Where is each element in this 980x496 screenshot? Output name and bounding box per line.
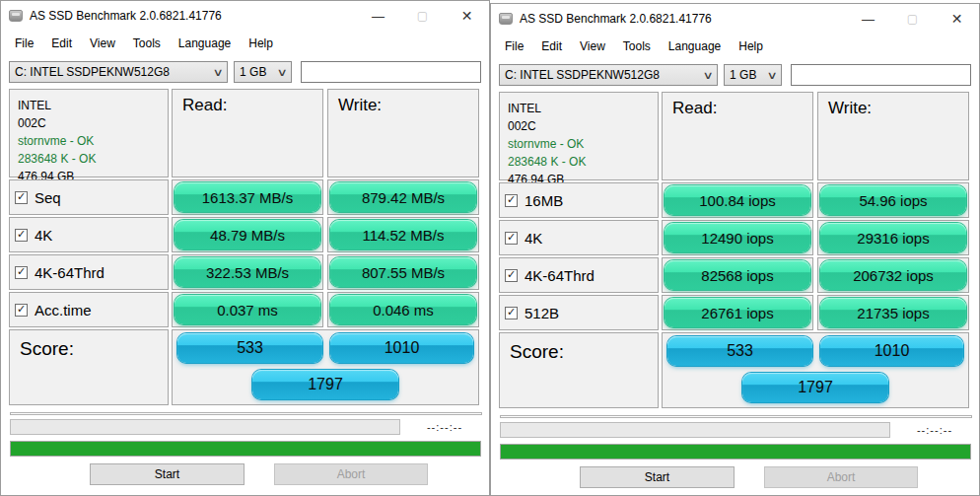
drive-combobox[interactable]: C: INTEL SSDPEKNW512G8 ∨: [499, 64, 718, 86]
test-size-combobox[interactable]: 1 GB ∨: [234, 61, 292, 83]
score-write-pill: 1010: [820, 336, 963, 366]
chevron-down-icon: ∨: [702, 69, 713, 82]
menu-help[interactable]: Help: [240, 34, 282, 53]
benchmark-window-mbs: AS SSD Benchmark 2.0.6821.41776 — ▢ ✕ Fi…: [0, 0, 490, 496]
test-checkbox[interactable]: ✓: [505, 194, 518, 207]
write-result-pill: 54.96 iops: [820, 185, 966, 215]
overall-progressbar: [500, 444, 971, 460]
maximize-button[interactable]: ▢: [890, 4, 935, 34]
read-result-pill: 82568 iops: [665, 260, 810, 290]
time-progressbar: [500, 422, 890, 438]
menu-edit[interactable]: Edit: [532, 36, 571, 56]
check-icon: ✓: [17, 266, 26, 277]
test-checkbox[interactable]: ✓: [15, 266, 28, 279]
menu-language[interactable]: Language: [660, 36, 730, 56]
write-result-pill: 114.52 MB/s: [330, 220, 476, 249]
close-button[interactable]: ✕: [445, 1, 489, 31]
menu-edit[interactable]: Edit: [42, 34, 81, 53]
drive-firmware: 002C: [18, 114, 168, 132]
start-button[interactable]: Start: [580, 466, 735, 488]
write-result-pill: 29316 iops: [820, 223, 966, 252]
chevron-down-icon: ∨: [766, 69, 777, 82]
test-label-cell: ✓ 512B: [499, 295, 659, 330]
toolbar-textbox[interactable]: [791, 64, 971, 86]
score-pills: 533 1010 1797: [662, 332, 969, 408]
read-result-pill: 12490 iops: [665, 223, 810, 252]
test-size-value: 1 GB: [730, 68, 756, 82]
driver-status: stornvme - OK: [508, 135, 658, 153]
bench-row-seq: ✓ Seq 1613.37 MB/s 879.42 MB/s: [9, 179, 481, 215]
score-total-pill: 1797: [252, 370, 398, 399]
score-read-pill: 533: [667, 336, 812, 366]
write-header: Write:: [327, 89, 479, 177]
test-checkbox[interactable]: ✓: [505, 269, 518, 282]
score-label: Score:: [9, 329, 169, 405]
bench-row-4k64: ✓ 4K-64Thrd 82568 iops 206732 iops: [499, 257, 971, 293]
drive-model: INTEL: [508, 100, 658, 117]
write-result-pill: 0.046 ms: [330, 295, 476, 324]
menu-language[interactable]: Language: [170, 34, 240, 53]
results-grid: INTEL 002C stornvme - OK 283648 K - OK 4…: [9, 89, 481, 405]
toolbar: C: INTEL SSDPEKNW512G8 ∨ 1 GB ∨: [499, 64, 971, 86]
test-label: Seq: [35, 189, 61, 206]
test-label: 16MB: [525, 192, 563, 209]
minimize-button[interactable]: —: [846, 4, 890, 34]
check-icon: ✓: [507, 269, 516, 280]
start-button[interactable]: Start: [90, 463, 245, 485]
score-label: Score:: [499, 332, 659, 408]
write-result-pill: 879.42 MB/s: [330, 182, 476, 212]
read-result-pill: 100.84 iops: [665, 185, 810, 215]
minimize-button[interactable]: —: [356, 1, 400, 31]
score-row: Score: 533 1010 1797: [499, 332, 971, 408]
bench-row-512b: ✓ 512B 26761 iops 21735 iops: [499, 295, 971, 330]
bench-row-acctime: ✓ Acc.time 0.037 ms 0.046 ms: [9, 292, 481, 327]
test-label-cell: ✓ 16MB: [499, 182, 659, 218]
read-result-pill: 26761 iops: [665, 298, 810, 327]
abort-button[interactable]: Abort: [274, 463, 428, 485]
check-icon: ✓: [507, 194, 516, 205]
menubar: File Edit View Tools Language Help: [1, 31, 489, 55]
test-label-cell: ✓ 4K-64Thrd: [9, 254, 169, 290]
read-header: Read:: [172, 89, 323, 177]
read-result-pill: 322.53 MB/s: [175, 257, 320, 287]
overall-progressbar: [10, 441, 481, 457]
menu-view[interactable]: View: [571, 36, 614, 56]
drive-info-panel: INTEL 002C stornvme - OK 283648 K - OK 4…: [499, 92, 659, 180]
drive-info-panel: INTEL 002C stornvme - OK 283648 K - OK 4…: [9, 89, 169, 177]
maximize-button[interactable]: ▢: [400, 1, 445, 31]
write-result-pill: 21735 iops: [820, 298, 966, 327]
menu-view[interactable]: View: [81, 34, 124, 53]
drive-model: INTEL: [18, 97, 168, 114]
caption-buttons: — ▢ ✕: [356, 1, 489, 31]
drive-firmware: 002C: [508, 117, 658, 135]
menubar: File Edit View Tools Language Help: [491, 34, 979, 58]
abort-button[interactable]: Abort: [764, 466, 918, 488]
test-checkbox[interactable]: ✓: [505, 307, 518, 319]
buttons-row: Start Abort: [90, 463, 489, 485]
toolbar-textbox[interactable]: [301, 61, 481, 83]
menu-tools[interactable]: Tools: [124, 34, 170, 53]
menu-help[interactable]: Help: [730, 36, 772, 56]
alignment-status: 283648 K - OK: [18, 150, 168, 168]
app-drive-icon: [499, 13, 513, 25]
titlebar: AS SSD Benchmark 2.0.6821.41776 — ▢ ✕: [491, 4, 979, 34]
test-checkbox[interactable]: ✓: [15, 191, 28, 204]
bench-row-4k: ✓ 4K 12490 iops 29316 iops: [499, 220, 971, 255]
test-label: Acc.time: [35, 302, 92, 319]
mini-progressbar: [500, 415, 972, 418]
menu-file[interactable]: File: [6, 34, 42, 53]
test-checkbox[interactable]: ✓: [505, 232, 518, 245]
read-result-pill: 48.79 MB/s: [175, 220, 320, 249]
drive-combobox-value: C: INTEL SSDPEKNW512G8: [15, 65, 170, 79]
drive-combobox[interactable]: C: INTEL SSDPEKNW512G8 ∨: [9, 61, 228, 83]
test-checkbox[interactable]: ✓: [15, 304, 28, 317]
chevron-down-icon: ∨: [276, 66, 287, 79]
menu-tools[interactable]: Tools: [614, 36, 660, 56]
driver-status: stornvme - OK: [18, 132, 168, 150]
test-checkbox[interactable]: ✓: [15, 229, 28, 242]
test-size-combobox[interactable]: 1 GB ∨: [724, 64, 782, 86]
time-progressbar: [10, 419, 400, 435]
window-title: AS SSD Benchmark 2.0.6821.41776: [520, 12, 712, 26]
menu-file[interactable]: File: [496, 36, 532, 56]
close-button[interactable]: ✕: [935, 4, 979, 34]
